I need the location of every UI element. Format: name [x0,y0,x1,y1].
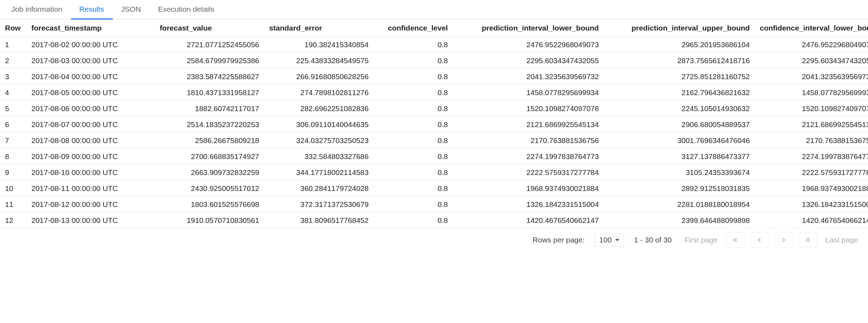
prev-page-button[interactable] [750,232,769,248]
rows-per-page-label: Rows per page: [533,236,585,244]
cell-cil: 1420.4676540662147 [755,213,868,229]
cell-cil: 1968.9374930021884 [755,181,868,197]
cell-ts: 2017-08-06 00:00:00 UTC [27,101,155,117]
first-page-label: First page [684,236,717,244]
cell-fv: 2584.6799979925386 [155,53,264,69]
cell-pil: 1326.1842331515004 [453,197,604,213]
cell-pil: 1520.1098274097078 [453,101,604,117]
cell-pil: 2295.6034347432055 [453,53,604,69]
table-row[interactable]: 92017-08-10 00:00:00 UTC2663.90973283225… [0,165,868,181]
table-row[interactable]: 62017-08-07 00:00:00 UTC2514.18352372202… [0,117,868,133]
cell-cl: 0.8 [374,53,453,69]
col-header-forecast-timestamp[interactable]: forecast_timestamp [27,20,155,37]
cell-cl: 0.8 [374,101,453,117]
cell-cil: 1458.0778295699934 [755,85,868,101]
table-row[interactable]: 22017-08-03 00:00:00 UTC2584.67999799253… [0,53,868,69]
tab-json[interactable]: JSON [113,0,150,20]
cell-fv: 2721.0771252455056 [155,37,264,53]
cell-cl: 0.8 [374,133,453,149]
table-row[interactable]: 42017-08-05 00:00:00 UTC1810.43713319581… [0,85,868,101]
cell-row: 8 [0,149,27,165]
table-row[interactable]: 32017-08-04 00:00:00 UTC2383.58742255886… [0,69,868,85]
table-row[interactable]: 12017-08-02 00:00:00 UTC2721.07712524550… [0,37,868,53]
pager: Rows per page: 100 1 - 30 of 30 First pa… [0,229,868,249]
first-page-button[interactable]: First page [681,234,720,246]
next-page-button[interactable] [774,232,793,248]
cell-cil: 2121.6869925545134 [755,117,868,133]
page-range: 1 - 30 of 30 [634,236,672,244]
col-header-confidence-level[interactable]: confidence_level [374,20,453,37]
chevron-left-icon [756,236,763,244]
cell-cl: 0.8 [374,165,453,181]
col-header-prediction-lower[interactable]: prediction_interval_lower_bound [453,20,604,37]
cell-fv: 1910.0570710830561 [155,213,264,229]
col-header-confidence-lower[interactable]: confidence_interval_lower_bound [755,20,868,37]
cell-ts: 2017-08-07 00:00:00 UTC [27,117,155,133]
cell-cl: 0.8 [374,85,453,101]
cell-pil: 2274.1997838764773 [453,149,604,165]
cell-row: 3 [0,69,27,85]
table-header-row: Row forecast_timestamp forecast_value st… [0,20,868,37]
rows-per-page-select[interactable]: 100 [595,233,624,247]
cell-ts: 2017-08-11 00:00:00 UTC [27,181,155,197]
tab-job-information[interactable]: Job information [3,0,71,20]
cell-se: 360.2841179724028 [264,181,374,197]
tab-results[interactable]: Results [71,0,113,20]
cell-pil: 2222.5759317277784 [453,165,604,181]
cell-fv: 2430.925005517012 [155,181,264,197]
cell-piu: 2892.912518031835 [604,181,755,197]
cell-fv: 1882.60742117017 [155,101,264,117]
cell-fv: 1803.601525576698 [155,197,264,213]
col-header-standard-error[interactable]: standard_error [264,20,374,37]
tab-execution-details[interactable]: Execution details [150,0,223,20]
table-row[interactable]: 102017-08-11 00:00:00 UTC2430.9250055170… [0,181,868,197]
cell-cl: 0.8 [374,197,453,213]
cell-piu: 2873.7565612418716 [604,53,755,69]
table-row[interactable]: 112017-08-12 00:00:00 UTC1803.6015255766… [0,197,868,213]
cell-se: 190.382415340854 [264,37,374,53]
cell-ts: 2017-08-13 00:00:00 UTC [27,213,155,229]
cell-cil: 2274.1997838764773 [755,149,868,165]
cell-fv: 2700.668835174927 [155,149,264,165]
last-page-button[interactable]: Last page [823,234,861,246]
cell-piu: 2399.646488099898 [604,213,755,229]
cell-se: 324.03275703250523 [264,133,374,149]
cell-ts: 2017-08-02 00:00:00 UTC [27,37,155,53]
cell-row: 4 [0,85,27,101]
cell-se: 225.43833284549575 [264,53,374,69]
cell-fv: 2663.909732832259 [155,165,264,181]
results-table-wrap: Row forecast_timestamp forecast_value st… [0,20,868,229]
cell-se: 306.09110140044635 [264,117,374,133]
first-page-icon-button[interactable] [726,232,745,248]
table-row[interactable]: 72017-08-08 00:00:00 UTC2586.26675809218… [0,133,868,149]
table-row[interactable]: 122017-08-13 00:00:00 UTC1910.0570710830… [0,213,868,229]
cell-fv: 2586.26675809218 [155,133,264,149]
col-header-prediction-upper[interactable]: prediction_interval_upper_bound [604,20,755,37]
cell-fv: 1810.4371331958127 [155,85,264,101]
col-header-row[interactable]: Row [0,20,27,37]
cell-cil: 1520.1098274097078 [755,101,868,117]
tabs-bar: Job information Results JSON Execution d… [0,0,868,20]
cell-piu: 2162.796436821632 [604,85,755,101]
cell-piu: 3001.7696346476046 [604,133,755,149]
cell-row: 2 [0,53,27,69]
cell-cl: 0.8 [374,213,453,229]
cell-row: 12 [0,213,27,229]
cell-ts: 2017-08-04 00:00:00 UTC [27,69,155,85]
last-page-icon-button[interactable] [799,232,817,248]
cell-pil: 1968.9374930021884 [453,181,604,197]
chevron-down-icon [615,239,619,241]
cell-ts: 2017-08-10 00:00:00 UTC [27,165,155,181]
cell-cl: 0.8 [374,117,453,133]
table-row[interactable]: 82017-08-09 00:00:00 UTC2700.66883517492… [0,149,868,165]
cell-se: 332.584803327686 [264,149,374,165]
cell-piu: 3127.137886473377 [604,149,755,165]
cell-pil: 2121.6869925545134 [453,117,604,133]
table-row[interactable]: 52017-08-06 00:00:00 UTC1882.60742117017… [0,101,868,117]
cell-ts: 2017-08-08 00:00:00 UTC [27,133,155,149]
cell-row: 1 [0,37,27,53]
cell-se: 282.6962251082836 [264,101,374,117]
col-header-forecast-value[interactable]: forecast_value [155,20,264,37]
cell-row: 10 [0,181,27,197]
cell-row: 7 [0,133,27,149]
